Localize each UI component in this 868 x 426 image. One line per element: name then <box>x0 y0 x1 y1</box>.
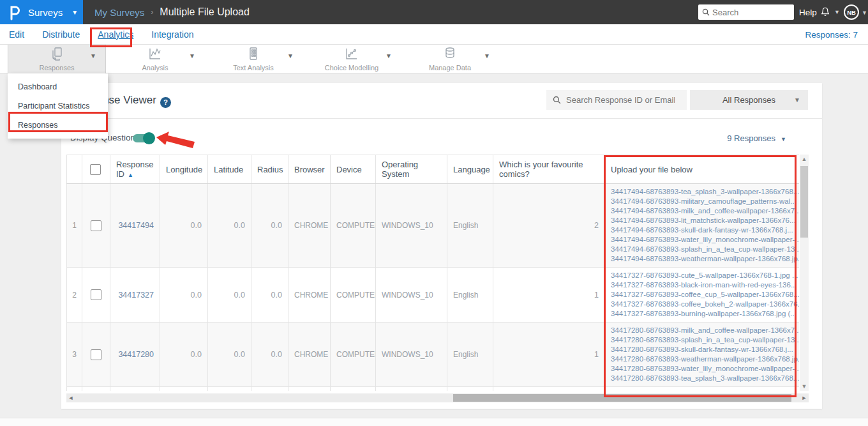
file-link[interactable]: 34417280-68763893-weatherman-wallpaper-1… <box>611 354 799 364</box>
toolbar-responses[interactable]: ▼ Responses <box>8 45 106 73</box>
menu-item-dashboard[interactable]: Dashboard <box>8 77 108 96</box>
row-checkbox[interactable] <box>91 349 101 360</box>
tab-integration[interactable]: Integration <box>151 29 193 40</box>
chevron-down-icon: ▼ <box>287 52 294 59</box>
cell-files: 34417494-68763893-tea_splash_3-wallpaper… <box>605 184 800 268</box>
cell-files: 34417327-68763893-cute_5-wallpaper-1366x… <box>605 268 800 323</box>
breadcrumb-my-surveys[interactable]: My Surveys <box>94 7 144 18</box>
file-link[interactable]: 34417494-68763893-military_camouflage_pa… <box>611 197 799 206</box>
file-link[interactable]: 34417494-68763893-water_lily_monochrome-… <box>611 235 799 245</box>
scroll-right-arrow-icon[interactable]: ► <box>800 393 809 402</box>
file-link[interactable]: 34417280-68763893-water_lily_monochrome-… <box>611 364 799 374</box>
header-operating-system[interactable]: Operating System <box>376 155 447 184</box>
bell-icon <box>819 6 831 19</box>
table-row: 1344174940.00.00.0CHROMECOMPUTERWINDOWS_… <box>67 184 800 268</box>
file-link[interactable]: 34417280-68763893-splash_in_a_tea_cup-wa… <box>611 335 799 345</box>
file-link[interactable]: 34417494-68763893-tea_splash_3-wallpaper… <box>611 187 799 197</box>
header-language[interactable]: Language <box>447 155 493 184</box>
select-all-checkbox[interactable] <box>90 164 101 175</box>
table-row: 3344172800.00.00.0CHROMECOMPUTERWINDOWS_… <box>67 323 800 387</box>
row-checkbox[interactable] <box>91 220 101 231</box>
file-link[interactable]: 34417327-68763893-coffee_bokeh_2-wallpap… <box>611 300 799 309</box>
cell-latitude: 0.0 <box>208 323 251 387</box>
file-link[interactable]: 34417327-68763893-cute_5-wallpaper-1366x… <box>611 271 799 280</box>
file-link[interactable]: 34417247-68763893-military_camouflage_pa… <box>611 390 799 391</box>
search-icon <box>553 96 561 104</box>
cell-radius: 0.0 <box>251 323 288 387</box>
cell-response-id[interactable]: 34417327 <box>110 268 160 323</box>
header-longitude[interactable]: Longitude <box>160 155 208 184</box>
cell-device: COMPUTER <box>331 323 376 387</box>
header-device[interactable]: Device <box>331 155 376 184</box>
toolbar-manage-data[interactable]: ▼ Manage Data <box>401 45 499 73</box>
tab-analytics[interactable]: Analytics <box>98 29 133 40</box>
notifications-button[interactable]: ▼ <box>819 0 840 24</box>
chevron-down-icon: ▼ <box>385 52 392 59</box>
menu-item-responses[interactable]: Responses <box>8 116 108 135</box>
file-link[interactable]: 34417327-68763893-coffee_cup_5-wallpaper… <box>611 290 799 300</box>
file-link[interactable]: 34417327-68763893-burning-wallpaper-1366… <box>611 309 799 319</box>
cell-language <box>447 387 493 392</box>
vertical-scroll-thumb[interactable] <box>800 166 808 238</box>
cell-response-id[interactable] <box>110 387 160 392</box>
table-header-row: Response ID▲ Longitude Latitude Radius B… <box>67 155 800 184</box>
toolbar-text-analysis[interactable]: ▼ Text Analysis <box>204 45 303 73</box>
toggle-knob <box>143 132 155 144</box>
cell-response-id[interactable]: 34417280 <box>110 323 160 387</box>
file-link[interactable]: 34417327-68763893-black-iron-man-with-re… <box>611 280 799 290</box>
tab-edit[interactable]: Edit <box>9 29 24 40</box>
file-link[interactable]: 34417280-68763893-milk_and_coffee-wallpa… <box>611 326 799 335</box>
menu-item-participant-statistics[interactable]: Participant Statistics <box>8 96 108 116</box>
header-browser[interactable]: Browser <box>288 155 331 184</box>
horizontal-scroll-thumb[interactable] <box>453 394 791 402</box>
tab-distribute[interactable]: Distribute <box>42 29 80 40</box>
row-checkbox-cell <box>82 184 110 268</box>
help-link[interactable]: Help <box>799 0 817 24</box>
cell-latitude: 0.0 <box>208 268 251 323</box>
app-menu[interactable]: Surveys ▼ <box>0 0 83 24</box>
cell-language: English <box>447 184 493 268</box>
header-radius[interactable]: Radius <box>251 155 288 184</box>
file-link[interactable]: 34417494-68763893-weatherman-wallpaper-1… <box>611 254 799 264</box>
file-link[interactable]: 34417280-68763893-tea_splash_3-wallpaper… <box>611 374 799 383</box>
cell-browser: CHROME <box>288 268 331 323</box>
scroll-left-arrow-icon[interactable]: ◄ <box>66 393 75 402</box>
row-checkbox[interactable] <box>91 289 101 300</box>
responses-count-dropdown[interactable]: 9 Responses▼ <box>727 133 786 143</box>
file-link[interactable]: 34417494-68763893-splash_in_a_tea_cup-wa… <box>611 245 799 254</box>
global-search-input[interactable] <box>712 8 788 17</box>
app-menu-label: Surveys <box>28 7 63 18</box>
cell-response-id[interactable]: 34417494 <box>110 184 160 268</box>
header-upload-file[interactable]: Upload your file below <box>605 155 800 184</box>
scroll-up-arrow-icon[interactable]: ▲ <box>800 155 809 164</box>
vertical-scrollbar[interactable]: ▲ ▼ <box>800 155 809 391</box>
avatar[interactable]: NB <box>844 4 859 20</box>
file-link[interactable]: 34417280-68763893-skull-dark-fantasy-wr-… <box>611 345 799 354</box>
response-search[interactable] <box>546 90 687 110</box>
cell-os <box>376 387 447 392</box>
display-questions-toggle[interactable] <box>133 134 154 142</box>
cell-os: WINDOWS_10 <box>376 268 447 323</box>
toolbar-choice-modelling[interactable]: ▼ Choice Modelling <box>303 45 401 73</box>
table-row: 2344173270.00.00.0CHROMECOMPUTERWINDOWS_… <box>67 268 800 323</box>
cell-files: 34417280-68763893-milk_and_coffee-wallpa… <box>605 323 800 387</box>
responses-table-container: Response ID▲ Longitude Latitude Radius B… <box>66 155 799 391</box>
horizontal-scrollbar[interactable]: ◄ ► <box>66 393 809 402</box>
chevron-down-icon[interactable]: ▼ <box>862 10 867 16</box>
breadcrumb: My Surveys › Multiple File Upload <box>94 0 250 24</box>
help-icon[interactable]: ? <box>160 97 171 108</box>
file-link[interactable]: 34417494-68763893-lit_matchstick-wallpap… <box>611 216 799 225</box>
header-favourite-comics[interactable]: Which is your favourite comics? <box>493 155 605 184</box>
responses-count[interactable]: Responses: 7 <box>805 24 858 45</box>
scroll-down-arrow-icon[interactable]: ▼ <box>800 382 809 391</box>
header-response-id[interactable]: Response ID▲ <box>110 155 160 184</box>
global-search[interactable] <box>698 4 794 20</box>
response-filter-select[interactable]: All Responses ▼ <box>690 90 808 110</box>
toolbar-analysis[interactable]: ▼ Analysis <box>106 45 204 73</box>
cell-comics: 1 <box>493 323 605 387</box>
file-link[interactable]: 34417494-68763893-skull-dark-fantasy-wr-… <box>611 225 799 235</box>
file-link[interactable]: 34417494-68763893-milk_and_coffee-wallpa… <box>611 206 799 216</box>
row-checkbox-cell <box>82 323 110 387</box>
header-latitude[interactable]: Latitude <box>208 155 251 184</box>
response-search-input[interactable] <box>566 95 675 105</box>
